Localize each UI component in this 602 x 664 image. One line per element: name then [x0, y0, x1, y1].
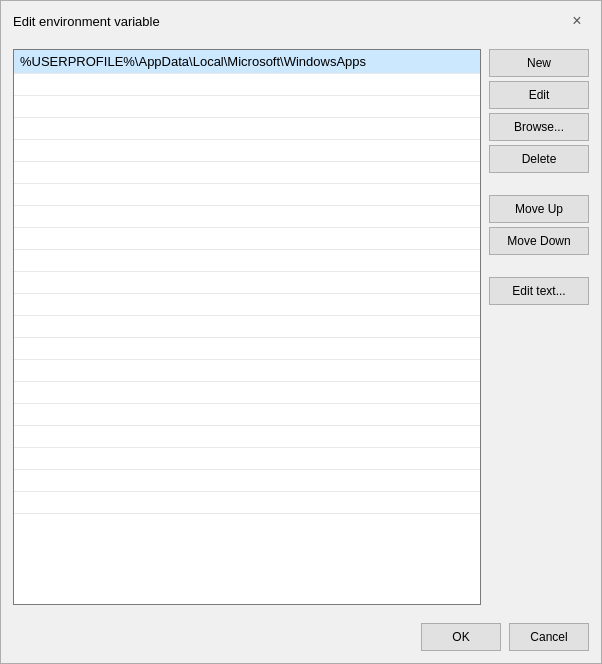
list-item[interactable]	[14, 206, 480, 228]
close-button[interactable]: ×	[565, 9, 589, 33]
list-item[interactable]	[14, 162, 480, 184]
list-item[interactable]	[14, 360, 480, 382]
list-item[interactable]	[14, 382, 480, 404]
list-item[interactable]	[14, 294, 480, 316]
buttons-panel: New Edit Browse... Delete Move Up Move D…	[489, 49, 589, 605]
title-bar: Edit environment variable ×	[1, 1, 601, 39]
cancel-button[interactable]: Cancel	[509, 623, 589, 651]
list-item[interactable]	[14, 140, 480, 162]
content-area: %USERPROFILE%\AppData\Local\Microsoft\Wi…	[1, 39, 601, 615]
delete-button[interactable]: Delete	[489, 145, 589, 173]
spacer-2	[489, 259, 589, 273]
move-down-button[interactable]: Move Down	[489, 227, 589, 255]
list-item[interactable]	[14, 338, 480, 360]
edit-button[interactable]: Edit	[489, 81, 589, 109]
list-item[interactable]	[14, 272, 480, 294]
list-item[interactable]	[14, 492, 480, 514]
list-item[interactable]: %USERPROFILE%\AppData\Local\Microsoft\Wi…	[14, 50, 480, 74]
browse-button[interactable]: Browse...	[489, 113, 589, 141]
list-item[interactable]	[14, 470, 480, 492]
list-item[interactable]	[14, 250, 480, 272]
spacer-1	[489, 177, 589, 191]
dialog: Edit environment variable × %USERPROFILE…	[0, 0, 602, 664]
footer: OK Cancel	[1, 615, 601, 663]
move-up-button[interactable]: Move Up	[489, 195, 589, 223]
new-button[interactable]: New	[489, 49, 589, 77]
list-item[interactable]	[14, 74, 480, 96]
list-item[interactable]	[14, 448, 480, 470]
list-item[interactable]	[14, 96, 480, 118]
list-item[interactable]	[14, 228, 480, 250]
list-item[interactable]	[14, 184, 480, 206]
list-item[interactable]	[14, 426, 480, 448]
env-variable-list[interactable]: %USERPROFILE%\AppData\Local\Microsoft\Wi…	[13, 49, 481, 605]
list-item[interactable]	[14, 404, 480, 426]
edit-text-button[interactable]: Edit text...	[489, 277, 589, 305]
dialog-title: Edit environment variable	[13, 14, 160, 29]
ok-button[interactable]: OK	[421, 623, 501, 651]
list-item[interactable]	[14, 316, 480, 338]
list-item[interactable]	[14, 118, 480, 140]
